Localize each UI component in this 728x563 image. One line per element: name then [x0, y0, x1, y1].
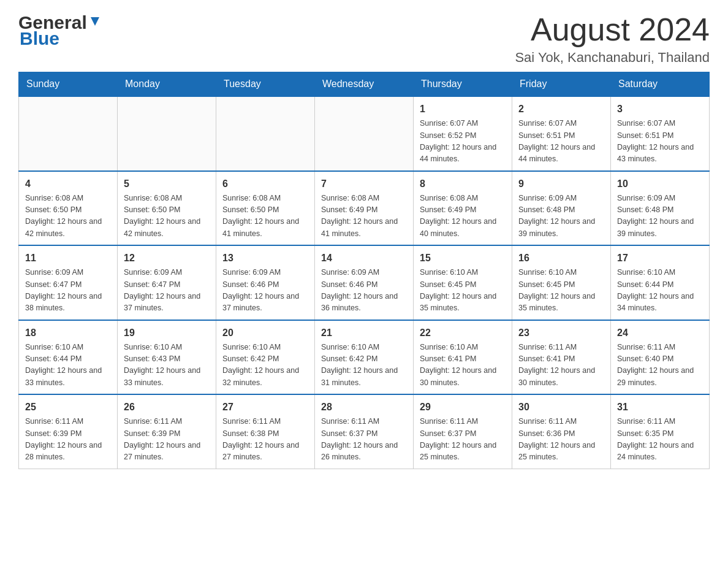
day-number: 3	[617, 102, 703, 117]
calendar-col-header: Sunday	[19, 72, 118, 97]
day-number: 5	[124, 177, 210, 191]
day-info: Sunrise: 6:10 AMSunset: 6:43 PMDaylight:…	[124, 342, 210, 389]
day-info: Sunrise: 6:10 AMSunset: 6:45 PMDaylight:…	[420, 267, 506, 315]
day-info: Sunrise: 6:10 AMSunset: 6:42 PMDaylight:…	[222, 342, 308, 389]
calendar-cell: 11Sunrise: 6:09 AMSunset: 6:47 PMDayligh…	[19, 245, 118, 320]
calendar-week-row: 18Sunrise: 6:10 AMSunset: 6:44 PMDayligh…	[19, 320, 710, 395]
calendar-cell: 13Sunrise: 6:09 AMSunset: 6:46 PMDayligh…	[216, 245, 315, 320]
calendar-cell: 17Sunrise: 6:10 AMSunset: 6:44 PMDayligh…	[611, 245, 710, 320]
day-info: Sunrise: 6:10 AMSunset: 6:42 PMDaylight:…	[321, 342, 407, 389]
day-number: 24	[617, 326, 703, 340]
calendar-cell: 26Sunrise: 6:11 AMSunset: 6:39 PMDayligh…	[118, 394, 216, 469]
calendar-cell: 7Sunrise: 6:08 AMSunset: 6:49 PMDaylight…	[315, 171, 414, 246]
calendar-cell: 28Sunrise: 6:11 AMSunset: 6:37 PMDayligh…	[315, 394, 414, 469]
calendar-cell	[19, 96, 118, 171]
day-info: Sunrise: 6:11 AMSunset: 6:37 PMDaylight:…	[321, 416, 407, 464]
day-info: Sunrise: 6:09 AMSunset: 6:46 PMDaylight:…	[321, 267, 407, 315]
calendar-cell: 20Sunrise: 6:10 AMSunset: 6:42 PMDayligh…	[216, 320, 315, 395]
day-number: 23	[518, 326, 604, 340]
calendar-cell: 23Sunrise: 6:11 AMSunset: 6:41 PMDayligh…	[512, 320, 611, 395]
day-number: 31	[617, 400, 703, 415]
day-info: Sunrise: 6:09 AMSunset: 6:47 PMDaylight:…	[25, 267, 111, 315]
day-number: 6	[222, 177, 308, 191]
day-info: Sunrise: 6:11 AMSunset: 6:40 PMDaylight:…	[617, 342, 703, 389]
day-info: Sunrise: 6:11 AMSunset: 6:36 PMDaylight:…	[518, 416, 604, 464]
day-number: 17	[617, 251, 703, 266]
calendar-col-header: Monday	[118, 72, 216, 97]
calendar-cell	[315, 96, 414, 171]
day-number: 14	[321, 251, 407, 266]
day-info: Sunrise: 6:11 AMSunset: 6:41 PMDaylight:…	[518, 342, 604, 389]
calendar-cell: 2Sunrise: 6:07 AMSunset: 6:51 PMDaylight…	[512, 96, 611, 171]
location-subtitle: Sai Yok, Kanchanaburi, Thailand	[515, 50, 710, 66]
calendar-week-row: 4Sunrise: 6:08 AMSunset: 6:50 PMDaylight…	[19, 171, 710, 246]
calendar-cell: 4Sunrise: 6:08 AMSunset: 6:50 PMDaylight…	[19, 171, 118, 246]
day-number: 18	[25, 326, 111, 340]
day-number: 26	[124, 400, 210, 415]
day-info: Sunrise: 6:10 AMSunset: 6:45 PMDaylight:…	[518, 267, 604, 315]
calendar-cell: 24Sunrise: 6:11 AMSunset: 6:40 PMDayligh…	[611, 320, 710, 395]
svg-marker-0	[91, 17, 99, 26]
calendar-cell: 29Sunrise: 6:11 AMSunset: 6:37 PMDayligh…	[414, 394, 512, 469]
day-number: 20	[222, 326, 308, 340]
day-info: Sunrise: 6:08 AMSunset: 6:50 PMDaylight:…	[222, 193, 308, 240]
calendar-cell: 16Sunrise: 6:10 AMSunset: 6:45 PMDayligh…	[512, 245, 611, 320]
calendar-cell: 6Sunrise: 6:08 AMSunset: 6:50 PMDaylight…	[216, 171, 315, 246]
day-number: 13	[222, 251, 308, 266]
day-info: Sunrise: 6:11 AMSunset: 6:38 PMDaylight:…	[222, 416, 308, 464]
day-number: 9	[518, 177, 604, 191]
day-info: Sunrise: 6:09 AMSunset: 6:48 PMDaylight:…	[518, 193, 604, 240]
day-info: Sunrise: 6:07 AMSunset: 6:51 PMDaylight:…	[617, 118, 703, 166]
day-number: 8	[420, 177, 506, 191]
calendar-cell: 30Sunrise: 6:11 AMSunset: 6:36 PMDayligh…	[512, 394, 611, 469]
calendar-cell: 25Sunrise: 6:11 AMSunset: 6:39 PMDayligh…	[19, 394, 118, 469]
day-number: 11	[25, 251, 111, 266]
calendar-week-row: 25Sunrise: 6:11 AMSunset: 6:39 PMDayligh…	[19, 394, 710, 469]
day-number: 22	[420, 326, 506, 340]
calendar-header-row: SundayMondayTuesdayWednesdayThursdayFrid…	[19, 72, 710, 97]
day-info: Sunrise: 6:11 AMSunset: 6:35 PMDaylight:…	[617, 416, 703, 464]
calendar-cell	[118, 96, 216, 171]
day-info: Sunrise: 6:10 AMSunset: 6:41 PMDaylight:…	[420, 342, 506, 389]
day-number: 10	[617, 177, 703, 191]
day-number: 12	[124, 251, 210, 266]
calendar-cell: 21Sunrise: 6:10 AMSunset: 6:42 PMDayligh…	[315, 320, 414, 395]
calendar-cell: 10Sunrise: 6:09 AMSunset: 6:48 PMDayligh…	[611, 171, 710, 246]
day-number: 1	[420, 102, 506, 117]
day-info: Sunrise: 6:10 AMSunset: 6:44 PMDaylight:…	[25, 342, 111, 389]
calendar-cell: 5Sunrise: 6:08 AMSunset: 6:50 PMDaylight…	[118, 171, 216, 246]
calendar-cell: 19Sunrise: 6:10 AMSunset: 6:43 PMDayligh…	[118, 320, 216, 395]
calendar-cell: 27Sunrise: 6:11 AMSunset: 6:38 PMDayligh…	[216, 394, 315, 469]
day-info: Sunrise: 6:08 AMSunset: 6:50 PMDaylight:…	[25, 193, 111, 240]
day-info: Sunrise: 6:11 AMSunset: 6:39 PMDaylight:…	[25, 416, 111, 464]
calendar-cell: 1Sunrise: 6:07 AMSunset: 6:52 PMDaylight…	[414, 96, 512, 171]
day-number: 27	[222, 400, 308, 415]
calendar-cell: 12Sunrise: 6:09 AMSunset: 6:47 PMDayligh…	[118, 245, 216, 320]
day-info: Sunrise: 6:08 AMSunset: 6:49 PMDaylight:…	[321, 193, 407, 240]
day-number: 19	[124, 326, 210, 340]
logo-blue-text: Blue	[20, 28, 59, 49]
day-info: Sunrise: 6:07 AMSunset: 6:52 PMDaylight:…	[420, 118, 506, 166]
calendar-cell	[216, 96, 315, 171]
calendar-table: SundayMondayTuesdayWednesdayThursdayFrid…	[18, 72, 710, 469]
day-info: Sunrise: 6:10 AMSunset: 6:44 PMDaylight:…	[617, 267, 703, 315]
day-info: Sunrise: 6:08 AMSunset: 6:49 PMDaylight:…	[420, 193, 506, 240]
day-info: Sunrise: 6:09 AMSunset: 6:47 PMDaylight:…	[124, 267, 210, 315]
calendar-cell: 8Sunrise: 6:08 AMSunset: 6:49 PMDaylight…	[414, 171, 512, 246]
day-info: Sunrise: 6:09 AMSunset: 6:48 PMDaylight:…	[617, 193, 703, 240]
calendar-col-header: Friday	[512, 72, 611, 97]
day-info: Sunrise: 6:09 AMSunset: 6:46 PMDaylight:…	[222, 267, 308, 315]
calendar-col-header: Wednesday	[315, 72, 414, 97]
title-area: August 2024 Sai Yok, Kanchanaburi, Thail…	[515, 12, 710, 66]
page-header: General Blue August 2024 Sai Yok, Kancha…	[18, 12, 710, 66]
day-number: 4	[25, 177, 111, 191]
day-number: 7	[321, 177, 407, 191]
calendar-cell: 3Sunrise: 6:07 AMSunset: 6:51 PMDaylight…	[611, 96, 710, 171]
calendar-col-header: Tuesday	[216, 72, 315, 97]
day-number: 25	[25, 400, 111, 415]
day-info: Sunrise: 6:11 AMSunset: 6:37 PMDaylight:…	[420, 416, 506, 464]
day-number: 28	[321, 400, 407, 415]
calendar-col-header: Saturday	[611, 72, 710, 97]
day-info: Sunrise: 6:07 AMSunset: 6:51 PMDaylight:…	[518, 118, 604, 166]
day-number: 16	[518, 251, 604, 266]
